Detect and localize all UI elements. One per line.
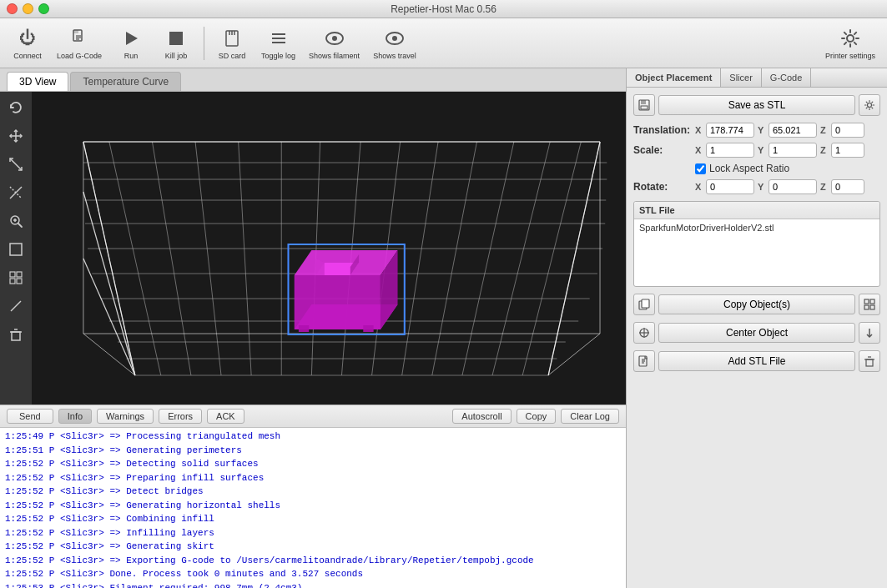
add-stl-button[interactable]: Add STL File	[658, 351, 855, 371]
add-stl-delete-button[interactable]	[859, 350, 880, 372]
tab-slicer[interactable]: Slicer	[721, 68, 762, 87]
rotate-y-input[interactable]	[769, 179, 817, 194]
lock-aspect-checkbox[interactable]	[695, 163, 706, 174]
tab-gcode[interactable]: G-Code	[762, 68, 812, 87]
stl-filename: SparkfunMotorDriverHolderV2.stl	[639, 223, 774, 233]
grid-button[interactable]	[3, 265, 28, 290]
translation-z-input[interactable]	[831, 123, 864, 138]
svg-point-17	[392, 36, 397, 41]
toggle-log-label: Toggle log	[261, 52, 295, 60]
3d-scene	[32, 92, 626, 405]
copy-objects-icon-button[interactable]	[633, 294, 655, 315]
lock-aspect-label: Lock Aspect Ratio	[709, 163, 789, 174]
load-gcode-button[interactable]: Load G-Code	[52, 23, 107, 63]
rotate-y-group: Y	[758, 179, 817, 194]
translation-y-group: Y	[758, 123, 817, 138]
info-button[interactable]: Info	[58, 409, 92, 424]
svg-rect-87	[641, 106, 648, 109]
shows-travel-label: Shows travel	[373, 52, 416, 60]
rotate-x-label: X	[695, 182, 703, 192]
rotate-x-input[interactable]	[706, 179, 754, 194]
rotate-label: Rotate:	[633, 181, 692, 193]
svg-rect-90	[642, 299, 649, 308]
center-object-arrow-button[interactable]	[859, 322, 880, 344]
printer-settings-button[interactable]: Printer settings	[820, 23, 880, 63]
log-area: Send Info Warnings Errors ACK Autoscroll…	[0, 405, 626, 588]
right-content: Save as STL Translation: X Y	[627, 88, 887, 588]
connect-button[interactable]: ⏻ Connect	[7, 23, 48, 63]
maximize-button[interactable]	[38, 3, 49, 14]
add-stl-row: Add STL File	[633, 350, 880, 372]
right-panel: Object Placement Slicer G-Code Save as S…	[626, 68, 887, 588]
window-title: Repetier-Host Mac 0.56	[391, 3, 496, 15]
svg-marker-76	[295, 275, 381, 329]
svg-rect-28	[10, 244, 22, 255]
sd-card-button[interactable]: SD card	[211, 23, 253, 63]
center-object-icon-button[interactable]	[633, 322, 655, 344]
scale-z-input[interactable]	[831, 143, 864, 158]
svg-rect-29	[10, 272, 15, 277]
log-line: 1:25:52 P <Slic3r> => Detect bridges	[5, 485, 621, 499]
scale-y-group: Y	[758, 143, 817, 158]
add-stl-icon-button[interactable]	[633, 350, 655, 372]
scale-y-input[interactable]	[769, 143, 817, 158]
tab-3d-view[interactable]: 3D View	[7, 72, 68, 91]
rotate-button[interactable]	[3, 180, 28, 205]
svg-rect-82	[299, 325, 309, 332]
view-tabs: 3D View Temperature Curve	[0, 68, 626, 92]
tab-temperature-curve[interactable]: Temperature Curve	[70, 72, 181, 91]
left-panel: 3D View Temperature Curve	[0, 68, 626, 588]
errors-button[interactable]: Errors	[159, 409, 202, 424]
tab-object-placement[interactable]: Object Placement	[627, 68, 721, 87]
warnings-button[interactable]: Warnings	[97, 409, 154, 424]
clear-log-button[interactable]: Clear Log	[561, 409, 619, 424]
run-button[interactable]: Run	[110, 23, 152, 63]
window-controls[interactable]	[7, 3, 49, 14]
send-button[interactable]: Send	[7, 409, 53, 424]
autoscroll-button[interactable]: Autoscroll	[452, 409, 511, 424]
toggle-log-icon	[267, 27, 290, 50]
log-line: 1:25:53 P <Slic3r> Filament required: 99…	[5, 581, 621, 589]
copy-objects-button[interactable]: Copy Object(s)	[658, 294, 855, 314]
zoom-button[interactable]	[3, 209, 28, 234]
save-icon-button[interactable]	[633, 94, 655, 116]
close-button[interactable]	[7, 3, 18, 14]
run-label: Run	[124, 52, 139, 60]
shows-filament-button[interactable]: Shows filament	[304, 23, 365, 63]
toggle-log-button[interactable]: Toggle log	[256, 23, 300, 63]
scale-row: Scale: X Y Z	[633, 143, 880, 158]
scale-button[interactable]	[3, 152, 28, 177]
rotate-y-label: Y	[758, 182, 766, 192]
reset-view-button[interactable]	[3, 95, 28, 120]
shows-travel-icon	[383, 27, 406, 50]
lock-aspect-row: Lock Aspect Ratio	[695, 163, 880, 174]
scale-x-input[interactable]	[706, 143, 754, 158]
measure-button[interactable]	[3, 294, 28, 319]
svg-rect-94	[870, 305, 874, 309]
translation-x-input[interactable]	[706, 123, 754, 138]
log-line: 1:25:52 P <Slic3r> => Combining infill	[5, 512, 621, 526]
view-mode-button[interactable]	[3, 237, 28, 262]
viewport-3d[interactable]	[0, 92, 626, 405]
svg-rect-86	[641, 100, 646, 104]
copy-objects-grid-button[interactable]	[859, 294, 880, 315]
kill-job-button[interactable]: Kill job	[155, 23, 197, 63]
settings-gear-button[interactable]	[859, 94, 880, 116]
translation-y-input[interactable]	[769, 123, 817, 138]
rotate-z-input[interactable]	[831, 179, 864, 194]
load-gcode-label: Load G-Code	[57, 52, 102, 60]
main-area: 3D View Temperature Curve	[0, 68, 887, 588]
delete-button[interactable]	[3, 322, 28, 347]
ack-button[interactable]: ACK	[207, 409, 244, 424]
shows-travel-button[interactable]: Shows travel	[368, 23, 421, 63]
svg-point-18	[847, 35, 854, 42]
center-object-button[interactable]: Center Object	[658, 323, 855, 343]
svg-rect-6	[169, 32, 183, 45]
run-icon	[119, 27, 143, 50]
copy-log-button[interactable]: Copy	[517, 409, 557, 424]
minimize-button[interactable]	[23, 3, 33, 14]
log-line: 1:25:52 P <Slic3r> => Generating skirt	[5, 540, 621, 554]
log-line: 1:25:52 P <Slic3r> => Detecting solid su…	[5, 457, 621, 471]
move-button[interactable]	[3, 123, 28, 148]
save-stl-button[interactable]: Save as STL	[658, 95, 855, 115]
